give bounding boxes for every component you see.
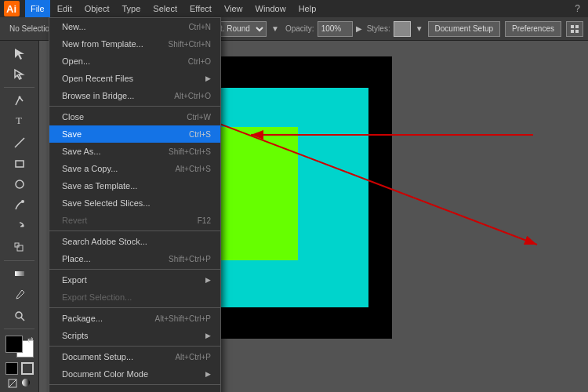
separator-5	[49, 346, 220, 347]
color-swatches[interactable]: ⇄	[5, 336, 34, 358]
none-gradient-controls	[7, 378, 32, 389]
svg-marker-7	[15, 70, 23, 79]
app-logo: Ai	[3, 0, 20, 17]
menu-save-slices[interactable]: Save Selected Slices...	[49, 194, 220, 212]
svg-text:Ai: Ai	[6, 3, 16, 15]
swap-colors-icon[interactable]: ⇄	[27, 336, 34, 343]
none-icon[interactable]	[7, 378, 18, 389]
svg-text:T: T	[16, 114, 22, 126]
separator-2	[49, 230, 220, 231]
tool-zoom[interactable]	[8, 306, 31, 325]
tools-panel: T	[0, 41, 39, 392]
submenu-arrow: ▶	[205, 74, 211, 82]
svg-point-13	[21, 200, 24, 203]
menu-new[interactable]: New... Ctrl+N	[49, 18, 220, 35]
export-submenu-arrow: ▶	[205, 276, 211, 284]
menu-scripts[interactable]: Scripts ▶	[49, 327, 220, 344]
menu-browse-bridge[interactable]: Browse in Bridge... Alt+Ctrl+O	[49, 87, 220, 104]
svg-line-10	[15, 138, 24, 147]
menu-close[interactable]: Close Ctrl+W	[49, 108, 220, 125]
tool-divider-1	[4, 87, 34, 88]
styles-color-box[interactable]	[394, 21, 411, 37]
svg-point-21	[22, 379, 30, 387]
menu-save-copy[interactable]: Save a Copy... Alt+Ctrl+S	[49, 160, 220, 177]
separator-3	[49, 269, 220, 270]
menu-open-recent[interactable]: Open Recent Files ▶	[49, 70, 220, 87]
menu-edit[interactable]: Edit	[52, 0, 78, 17]
menu-file[interactable]: File	[25, 0, 50, 17]
menu-save-as[interactable]: Save As... Shift+Ctrl+S	[49, 143, 220, 160]
menu-document-setup[interactable]: Document Setup... Alt+Ctrl+P	[49, 348, 220, 365]
menu-object[interactable]: Object	[79, 0, 115, 17]
scripts-submenu-arrow: ▶	[205, 332, 211, 339]
file-dropdown-menu: New... Ctrl+N New from Template... Shift…	[49, 17, 221, 392]
menu-export-selection: Export Selection...	[49, 289, 220, 306]
svg-rect-2	[571, 25, 574, 28]
tool-line[interactable]	[8, 133, 31, 153]
menu-place[interactable]: Place... Shift+Ctrl+P	[49, 250, 220, 267]
tool-brush[interactable]	[8, 196, 31, 216]
styles-section: Styles: ▼	[367, 21, 423, 37]
opacity-input[interactable]	[318, 21, 353, 37]
menu-revert: Revert F12	[49, 212, 220, 229]
separator-6	[49, 384, 220, 385]
fill-stroke-controls	[5, 362, 34, 375]
tool-direct-select[interactable]	[8, 65, 31, 85]
menu-view[interactable]: View	[219, 0, 249, 17]
tool-scale[interactable]	[8, 238, 31, 257]
svg-marker-6	[15, 49, 24, 60]
svg-point-12	[16, 180, 24, 188]
menu-window[interactable]: Window	[250, 0, 292, 17]
separator-4	[49, 307, 220, 308]
stroke-box[interactable]	[21, 362, 34, 375]
help-icon: ?	[575, 3, 585, 14]
tool-pen[interactable]	[8, 91, 31, 111]
svg-point-8	[18, 96, 20, 98]
gradient-icon[interactable]	[21, 378, 32, 389]
tool-type[interactable]: T	[8, 112, 31, 132]
styles-label: Styles:	[367, 24, 390, 33]
tool-divider-3	[4, 328, 34, 329]
preferences-btn[interactable]: Preferences	[505, 21, 561, 37]
opacity-label: Opacity:	[285, 24, 314, 33]
arrange-icon[interactable]	[566, 21, 583, 37]
menu-search-adobe[interactable]: Search Adobe Stock...	[49, 233, 220, 250]
menu-new-from-template[interactable]: New from Template... Shift+Ctrl+N	[49, 35, 220, 53]
tool-gradient[interactable]	[8, 264, 31, 284]
tool-select[interactable]	[8, 44, 31, 64]
menu-select[interactable]: Select	[147, 0, 183, 17]
menu-bar: Ai File Edit Object Type Select Effect V…	[0, 0, 588, 17]
svg-line-18	[21, 318, 24, 321]
svg-rect-11	[16, 161, 24, 167]
svg-rect-14	[17, 245, 23, 251]
tool-eyedropper[interactable]	[8, 285, 31, 304]
menu-save[interactable]: Save Ctrl+S	[49, 125, 220, 143]
opacity-section: Opacity: ▶	[285, 21, 362, 37]
svg-rect-5	[575, 30, 579, 33]
tool-rotate[interactable]	[8, 217, 31, 237]
menu-help[interactable]: Help	[293, 0, 322, 17]
menu-package[interactable]: Package... Alt+Shift+Ctrl+P	[49, 310, 220, 327]
document-setup-btn[interactable]: Document Setup	[428, 21, 501, 37]
tool-rect[interactable]	[8, 154, 31, 173]
separator-1	[49, 106, 220, 107]
color-mode-submenu-arrow: ▶	[205, 370, 211, 378]
svg-rect-3	[575, 25, 579, 28]
svg-rect-16	[15, 271, 24, 276]
menu-save-template[interactable]: Save as Template...	[49, 177, 220, 194]
menu-color-mode[interactable]: Document Color Mode ▶	[49, 365, 220, 383]
tool-divider-2	[4, 260, 34, 261]
menu-open[interactable]: Open... Ctrl+O	[49, 53, 220, 70]
svg-point-17	[16, 312, 22, 318]
svg-line-20	[9, 379, 16, 387]
tool-ellipse[interactable]	[8, 175, 31, 194]
menu-export[interactable]: Export ▶	[49, 271, 220, 289]
menu-type[interactable]: Type	[117, 0, 147, 17]
svg-rect-4	[571, 30, 574, 33]
menu-effect[interactable]: Effect	[184, 0, 217, 17]
foreground-color-swatch[interactable]	[5, 336, 23, 353]
menu-file-info[interactable]: File Info... Alt+Shift+Ctrl+I	[49, 387, 220, 392]
fill-box[interactable]	[5, 362, 18, 375]
